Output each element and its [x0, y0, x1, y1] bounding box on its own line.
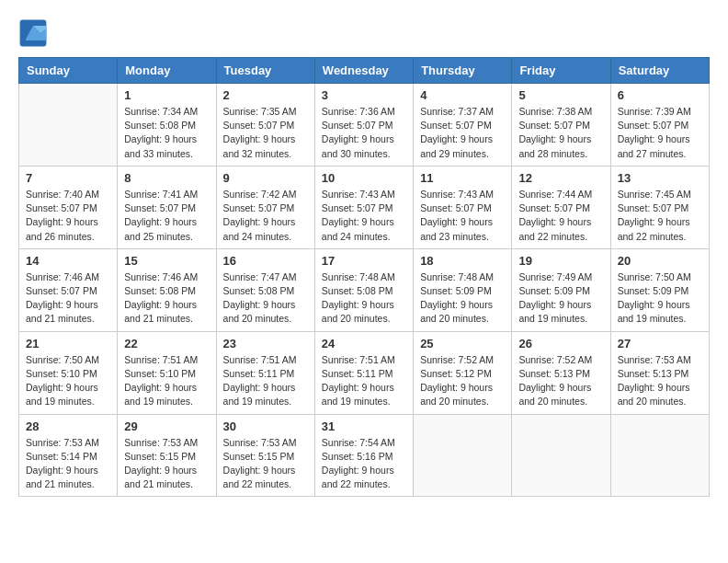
day-info: Sunrise: 7:47 AM Sunset: 5:08 PM Dayligh…	[223, 270, 308, 327]
calendar-cell: 17Sunrise: 7:48 AM Sunset: 5:08 PM Dayli…	[314, 248, 413, 331]
calendar-cell: 26Sunrise: 7:52 AM Sunset: 5:13 PM Dayli…	[512, 331, 610, 414]
calendar-cell	[512, 414, 610, 497]
calendar-cell: 16Sunrise: 7:47 AM Sunset: 5:08 PM Dayli…	[216, 248, 314, 331]
day-number: 24	[322, 337, 406, 350]
weekday-header: Friday	[512, 58, 610, 84]
calendar-table: SundayMondayTuesdayWednesdayThursdayFrid…	[18, 57, 710, 497]
calendar-cell: 21Sunrise: 7:50 AM Sunset: 5:10 PM Dayli…	[19, 331, 118, 414]
day-number: 9	[223, 171, 308, 185]
day-number: 20	[618, 254, 702, 268]
day-info: Sunrise: 7:42 AM Sunset: 5:07 PM Dayligh…	[223, 188, 308, 244]
day-info: Sunrise: 7:48 AM Sunset: 5:08 PM Dayligh…	[322, 270, 406, 327]
weekday-header: Tuesday	[216, 58, 314, 84]
day-number: 26	[518, 337, 603, 350]
weekday-header-row: SundayMondayTuesdayWednesdayThursdayFrid…	[19, 58, 710, 84]
calendar-cell	[610, 414, 709, 497]
day-info: Sunrise: 7:53 AM Sunset: 5:15 PM Dayligh…	[223, 436, 308, 492]
calendar-week-row: 14Sunrise: 7:46 AM Sunset: 5:07 PM Dayli…	[19, 248, 710, 331]
day-info: Sunrise: 7:37 AM Sunset: 5:07 PM Dayligh…	[420, 105, 505, 161]
day-number: 16	[223, 254, 308, 268]
day-info: Sunrise: 7:45 AM Sunset: 5:07 PM Dayligh…	[618, 188, 702, 244]
calendar-cell	[414, 414, 512, 497]
day-number: 31	[322, 419, 406, 433]
day-info: Sunrise: 7:38 AM Sunset: 5:07 PM Dayligh…	[518, 105, 603, 161]
calendar-cell: 6Sunrise: 7:39 AM Sunset: 5:07 PM Daylig…	[610, 84, 709, 167]
day-number: 2	[223, 88, 308, 102]
day-number: 3	[322, 88, 406, 102]
day-info: Sunrise: 7:44 AM Sunset: 5:07 PM Dayligh…	[518, 188, 603, 244]
day-number: 1	[124, 88, 209, 102]
day-info: Sunrise: 7:51 AM Sunset: 5:11 PM Dayligh…	[223, 353, 308, 409]
day-info: Sunrise: 7:51 AM Sunset: 5:10 PM Dayligh…	[124, 353, 209, 409]
calendar-cell: 18Sunrise: 7:48 AM Sunset: 5:09 PM Dayli…	[414, 248, 512, 331]
calendar-cell: 14Sunrise: 7:46 AM Sunset: 5:07 PM Dayli…	[19, 248, 118, 331]
day-info: Sunrise: 7:52 AM Sunset: 5:13 PM Dayligh…	[518, 353, 603, 409]
day-number: 30	[223, 419, 308, 433]
calendar-cell: 13Sunrise: 7:45 AM Sunset: 5:07 PM Dayli…	[610, 166, 709, 248]
day-info: Sunrise: 7:49 AM Sunset: 5:09 PM Dayligh…	[518, 270, 603, 327]
day-number: 12	[518, 171, 603, 185]
weekday-header: Monday	[118, 58, 216, 84]
day-info: Sunrise: 7:50 AM Sunset: 5:09 PM Dayligh…	[618, 270, 702, 327]
day-info: Sunrise: 7:50 AM Sunset: 5:10 PM Dayligh…	[26, 353, 110, 409]
day-number: 28	[26, 419, 110, 433]
day-info: Sunrise: 7:36 AM Sunset: 5:07 PM Dayligh…	[322, 105, 406, 161]
calendar-week-row: 21Sunrise: 7:50 AM Sunset: 5:10 PM Dayli…	[19, 331, 710, 414]
day-info: Sunrise: 7:46 AM Sunset: 5:07 PM Dayligh…	[26, 270, 110, 327]
calendar-cell: 30Sunrise: 7:53 AM Sunset: 5:15 PM Dayli…	[216, 414, 314, 497]
day-info: Sunrise: 7:54 AM Sunset: 5:16 PM Dayligh…	[322, 436, 406, 492]
day-info: Sunrise: 7:52 AM Sunset: 5:12 PM Dayligh…	[420, 353, 505, 409]
calendar-cell: 29Sunrise: 7:53 AM Sunset: 5:15 PM Dayli…	[118, 414, 216, 497]
day-number: 4	[420, 88, 505, 102]
calendar-cell: 11Sunrise: 7:43 AM Sunset: 5:07 PM Dayli…	[414, 166, 512, 248]
logo	[18, 18, 51, 48]
day-info: Sunrise: 7:53 AM Sunset: 5:15 PM Dayligh…	[124, 436, 209, 492]
day-number: 11	[420, 171, 505, 185]
calendar-cell: 25Sunrise: 7:52 AM Sunset: 5:12 PM Dayli…	[414, 331, 512, 414]
calendar-cell: 5Sunrise: 7:38 AM Sunset: 5:07 PM Daylig…	[512, 84, 610, 167]
calendar-cell: 19Sunrise: 7:49 AM Sunset: 5:09 PM Dayli…	[512, 248, 610, 331]
calendar-cell	[19, 84, 118, 167]
day-number: 8	[124, 171, 209, 185]
calendar-cell: 22Sunrise: 7:51 AM Sunset: 5:10 PM Dayli…	[118, 331, 216, 414]
day-number: 22	[124, 337, 209, 350]
day-info: Sunrise: 7:35 AM Sunset: 5:07 PM Dayligh…	[223, 105, 308, 161]
calendar-week-row: 7Sunrise: 7:40 AM Sunset: 5:07 PM Daylig…	[19, 166, 710, 248]
calendar-cell: 9Sunrise: 7:42 AM Sunset: 5:07 PM Daylig…	[216, 166, 314, 248]
day-number: 10	[322, 171, 406, 185]
day-info: Sunrise: 7:39 AM Sunset: 5:07 PM Dayligh…	[618, 105, 702, 161]
calendar-cell: 8Sunrise: 7:41 AM Sunset: 5:07 PM Daylig…	[118, 166, 216, 248]
day-info: Sunrise: 7:53 AM Sunset: 5:13 PM Dayligh…	[618, 353, 702, 409]
calendar-week-row: 28Sunrise: 7:53 AM Sunset: 5:14 PM Dayli…	[19, 414, 710, 497]
day-number: 15	[124, 254, 209, 268]
calendar-cell: 31Sunrise: 7:54 AM Sunset: 5:16 PM Dayli…	[314, 414, 413, 497]
calendar-cell: 3Sunrise: 7:36 AM Sunset: 5:07 PM Daylig…	[314, 84, 413, 167]
day-info: Sunrise: 7:43 AM Sunset: 5:07 PM Dayligh…	[420, 188, 505, 244]
day-info: Sunrise: 7:48 AM Sunset: 5:09 PM Dayligh…	[420, 270, 505, 327]
calendar-cell: 15Sunrise: 7:46 AM Sunset: 5:08 PM Dayli…	[118, 248, 216, 331]
calendar-week-row: 1Sunrise: 7:34 AM Sunset: 5:08 PM Daylig…	[19, 84, 710, 167]
day-number: 17	[322, 254, 406, 268]
page-header	[18, 18, 710, 48]
day-number: 5	[518, 88, 603, 102]
weekday-header: Thursday	[414, 58, 512, 84]
calendar-cell: 24Sunrise: 7:51 AM Sunset: 5:11 PM Dayli…	[314, 331, 413, 414]
day-number: 14	[26, 254, 110, 268]
day-number: 6	[618, 88, 702, 102]
logo-icon	[18, 18, 48, 48]
calendar-cell: 2Sunrise: 7:35 AM Sunset: 5:07 PM Daylig…	[216, 84, 314, 167]
weekday-header: Wednesday	[314, 58, 413, 84]
day-number: 7	[26, 171, 110, 185]
calendar-cell: 27Sunrise: 7:53 AM Sunset: 5:13 PM Dayli…	[610, 331, 709, 414]
calendar-cell: 23Sunrise: 7:51 AM Sunset: 5:11 PM Dayli…	[216, 331, 314, 414]
calendar-cell: 12Sunrise: 7:44 AM Sunset: 5:07 PM Dayli…	[512, 166, 610, 248]
calendar-cell: 28Sunrise: 7:53 AM Sunset: 5:14 PM Dayli…	[19, 414, 118, 497]
day-number: 29	[124, 419, 209, 433]
calendar-cell: 4Sunrise: 7:37 AM Sunset: 5:07 PM Daylig…	[414, 84, 512, 167]
day-info: Sunrise: 7:53 AM Sunset: 5:14 PM Dayligh…	[26, 436, 110, 492]
calendar-cell: 10Sunrise: 7:43 AM Sunset: 5:07 PM Dayli…	[314, 166, 413, 248]
day-info: Sunrise: 7:51 AM Sunset: 5:11 PM Dayligh…	[322, 353, 406, 409]
day-number: 19	[518, 254, 603, 268]
day-info: Sunrise: 7:34 AM Sunset: 5:08 PM Dayligh…	[124, 105, 209, 161]
day-info: Sunrise: 7:41 AM Sunset: 5:07 PM Dayligh…	[124, 188, 209, 244]
